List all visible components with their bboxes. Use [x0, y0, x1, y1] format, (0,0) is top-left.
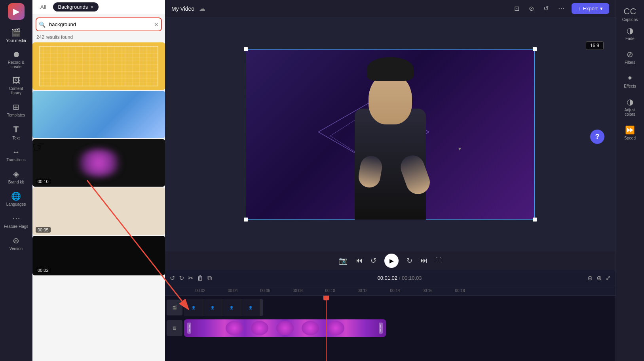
sidebar-item-text[interactable]: T Text	[2, 121, 30, 143]
more-button[interactable]: ⋯	[556, 3, 567, 14]
tl-fit[interactable]: ⤢	[606, 274, 611, 282]
fullscreen-button[interactable]: ⛶	[435, 257, 442, 264]
undo-button[interactable]: ↺	[541, 3, 551, 14]
sidebar-item-label: Templates	[7, 113, 25, 117]
tl-cut[interactable]: ✂	[188, 274, 193, 282]
captions-icon: CC	[624, 6, 636, 17]
right-panel: CC Captions ◑ Fade ⊘ Filters ✦ Effects ◑…	[616, 0, 644, 361]
video-track-content[interactable]: 👤 👤 👤 👤	[184, 299, 263, 316]
rewind-button[interactable]: ⏮	[355, 256, 363, 265]
ruler-mark: 00:14	[379, 288, 411, 293]
duration-badge: 00:05	[36, 227, 51, 233]
camera-button[interactable]: 📷	[339, 256, 348, 265]
templates-icon: ⊞	[13, 102, 19, 112]
handle-br[interactable]	[533, 218, 537, 222]
right-item-label: Effects	[624, 84, 636, 88]
right-item-filters[interactable]: ⊘ Filters	[617, 46, 643, 69]
tl-redo[interactable]: ↻	[179, 274, 184, 282]
clear-search-icon[interactable]: ✕	[154, 21, 159, 28]
search-icon: 🔍	[39, 21, 46, 28]
export-icon: ↑	[578, 6, 581, 11]
right-item-label: Filters	[625, 60, 635, 65]
timeline-time: 00:01.02 / 00:10.03	[216, 275, 583, 281]
playhead[interactable]	[326, 296, 327, 361]
timeline-ruler: 00:02 00:04 00:06 00:08 00:10 00:12 00:1…	[165, 286, 616, 296]
sidebar-item-brand-kit[interactable]: ◈ Brand kit	[2, 166, 30, 187]
timeline: ↺ ↻ ✂ 🗑 ⧉ 00:01.02 / 00:10.03 ⊖ ⊕ ⤢ 00:0…	[165, 270, 616, 361]
handle-tr[interactable]	[533, 47, 537, 51]
sidebar-item-languages[interactable]: 🌐 Languages	[2, 188, 30, 210]
right-item-label: Fade	[625, 36, 635, 41]
media-item-purple[interactable]: 00:10	[32, 139, 165, 187]
tl-undo[interactable]: ↺	[170, 274, 175, 282]
fade-icon: ◑	[627, 26, 633, 35]
track-label-video: 🎬	[167, 300, 182, 315]
sidebar-item-transitions[interactable]: ↔ Transitions	[2, 144, 30, 165]
sidebar-item-templates[interactable]: ⊞ Templates	[2, 99, 30, 120]
sidebar-item-feature-flags[interactable]: ⋯ Feature Flags	[2, 210, 30, 232]
media-item-blue[interactable]	[32, 91, 165, 138]
right-item-fade[interactable]: ◑ Fade	[617, 22, 643, 45]
track-row-bg: 🖼	[165, 318, 616, 338]
ruler-mark: 00:06	[249, 288, 281, 293]
ruler-mark: 00:16	[411, 288, 444, 293]
right-item-label: Adjust colors	[619, 108, 641, 117]
media-item-beige[interactable]: 00:05	[32, 187, 165, 235]
content-library-icon: 🖼	[12, 76, 20, 85]
video-title: My Video	[171, 6, 194, 12]
sidebar-item-record-create[interactable]: ⏺ Record & create	[2, 47, 30, 72]
bg-track-content[interactable]	[184, 319, 386, 337]
track-handle-left[interactable]	[187, 323, 191, 334]
brand-icon: ◈	[13, 169, 19, 179]
expand-button[interactable]: ▾	[458, 145, 461, 152]
transform-button[interactable]: ⊘	[526, 3, 536, 14]
sidebar-item-version[interactable]: ⊛ Version	[2, 233, 30, 254]
tl-zoom-in[interactable]: ⊕	[597, 274, 602, 282]
handle-bl[interactable]	[244, 218, 248, 222]
search-input[interactable]	[36, 17, 162, 31]
ruler-marks: 00:02 00:04 00:06 00:08 00:10 00:12 00:1…	[184, 288, 616, 293]
ratio-button[interactable]: 16:9	[586, 41, 604, 50]
sidebar-item-content-library[interactable]: 🖼 Content library	[2, 73, 30, 98]
forward5-button[interactable]: ↻	[407, 256, 412, 265]
track-frame: 👤	[222, 299, 241, 316]
timeline-toolbar: ↺ ↻ ✂ 🗑 ⧉ 00:01.02 / 00:10.03 ⊖ ⊕ ⤢	[165, 270, 616, 286]
back5-button[interactable]: ↺	[370, 256, 376, 265]
tl-zoom-out[interactable]: ⊖	[587, 274, 593, 282]
right-item-adjust-colors[interactable]: ◑ Adjust colors	[617, 93, 643, 120]
video-canvas[interactable]	[246, 49, 535, 220]
track-frame: 👤	[184, 299, 203, 316]
ruler-mark: 00:12	[346, 288, 379, 293]
right-item-speed[interactable]: ⏩ Speed	[617, 121, 643, 144]
tab-all[interactable]: All	[36, 2, 51, 11]
ruler-mark: 00:08	[281, 288, 314, 293]
tl-copy[interactable]: ⧉	[207, 275, 212, 282]
tab-backgrounds[interactable]: Backgrounds ✕	[53, 2, 99, 11]
canvas-area: 16:9 ? ▾	[165, 17, 616, 251]
tab-close-icon[interactable]: ✕	[90, 5, 94, 10]
crop-button[interactable]: ⊡	[512, 3, 522, 14]
ruler-mark: 00:10	[314, 288, 346, 293]
main-area: My Video ☁ ⊡ ⊘ ↺ ⋯ ↑ Export ▾	[165, 0, 616, 361]
track-handle-right[interactable]	[379, 323, 383, 334]
sidebar-item-label: Languages	[6, 202, 26, 206]
right-item-effects[interactable]: ✦ Effects	[617, 69, 643, 92]
media-item-yellow[interactable]	[32, 42, 165, 90]
speed-icon: ⏩	[625, 125, 635, 135]
help-button[interactable]: ?	[590, 130, 604, 144]
search-bar: 🔍 ✕	[36, 17, 162, 31]
skip-button[interactable]: ⏭	[420, 256, 427, 265]
ruler-mark: 00:02	[184, 288, 217, 293]
sidebar-item-your-media[interactable]: 🎬 Your media	[2, 25, 30, 46]
handle-tl[interactable]	[244, 47, 248, 51]
cloud-icon: ☁	[199, 5, 205, 12]
media-grid: 00:10 00:05 00:02	[32, 42, 165, 361]
media-item-dark[interactable]: 00:02	[32, 236, 165, 275]
ruler-mark: 00:04	[217, 288, 249, 293]
captions-area: CC Captions	[622, 3, 638, 22]
tl-delete[interactable]: 🗑	[197, 275, 203, 282]
play-button[interactable]: ▶	[384, 254, 399, 268]
export-button[interactable]: ↑ Export ▾	[572, 3, 609, 14]
track-row-video: 🎬 👤 👤 👤 👤	[165, 297, 616, 318]
effects-icon: ✦	[627, 73, 633, 83]
